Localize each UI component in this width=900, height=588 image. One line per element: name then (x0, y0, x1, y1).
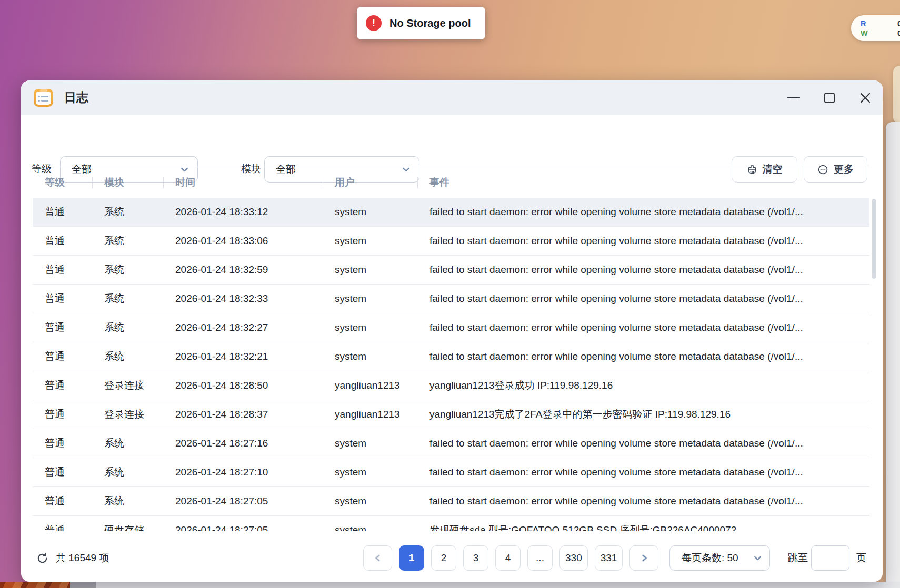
background-window-bottom-light (96, 582, 900, 588)
no-storage-pool-toast: ! No Storage pool (357, 7, 485, 39)
close-icon (859, 92, 872, 104)
jump-to-label: 跳至 (788, 551, 808, 565)
table-body: 普通系统2026-01-24 18:33:12systemfailed to s… (33, 198, 869, 531)
page-ellipsis[interactable]: ... (527, 545, 553, 571)
cell-time: 2026-01-24 18:32:27 (163, 322, 323, 333)
cell-event: failed to start daemon: error while open… (417, 235, 869, 247)
cell-user: system (323, 322, 417, 333)
cell-time: 2026-01-24 18:32:21 (163, 351, 323, 362)
cell-module: 登录连接 (92, 379, 163, 392)
cell-event: failed to start daemon: error while open… (417, 322, 869, 333)
error-icon: ! (366, 15, 382, 31)
close-button[interactable] (859, 92, 872, 104)
table-row[interactable]: 普通系统2026-01-24 18:33:06systemfailed to s… (33, 227, 869, 256)
cell-module: 登录连接 (92, 408, 163, 421)
cell-module: 硬盘存储 (92, 523, 163, 531)
cell-time: 2026-01-24 18:27:10 (163, 467, 323, 478)
prev-page-button[interactable] (363, 545, 392, 571)
cell-level: 普通 (33, 437, 92, 450)
jump-page-input[interactable] (811, 545, 849, 571)
cell-time: 2026-01-24 18:27:05 (163, 495, 323, 507)
desktop: ! No Storage pool R 0 W 0 日志 (0, 0, 900, 588)
background-window-bottom-dark (70, 582, 96, 588)
cell-time: 2026-01-24 18:28:50 (163, 380, 323, 391)
page-buttons: 1234...330331 (363, 545, 658, 571)
cell-event: failed to start daemon: error while open… (417, 467, 869, 478)
cell-module: 系统 (92, 465, 163, 479)
column-header-3: 用户 (323, 176, 417, 189)
cell-level: 普通 (33, 263, 92, 277)
cell-level: 普通 (33, 292, 92, 306)
cell-event: failed to start daemon: error while open… (417, 438, 869, 449)
cell-level: 普通 (33, 379, 92, 392)
cell-time: 2026-01-24 18:33:12 (163, 206, 323, 218)
window-title: 日志 (64, 89, 88, 106)
table-row[interactable]: 普通系统2026-01-24 18:33:12systemfailed to s… (33, 198, 869, 227)
cell-user: system (323, 351, 417, 362)
page-size-select[interactable]: 每页条数: 50 (669, 545, 770, 571)
page-button-1[interactable]: 1 (399, 545, 424, 571)
window-titlebar[interactable]: 日志 (21, 80, 883, 115)
cell-event: 发现硬盘sda 型号:GOFATOO 512GB SSD 序列号:GB226AC… (417, 523, 869, 531)
cell-event: failed to start daemon: error while open… (417, 206, 869, 218)
cell-user: system (323, 467, 417, 478)
log-app-icon (34, 89, 53, 107)
table-row[interactable]: 普通系统2026-01-24 18:32:21systemfailed to s… (33, 342, 869, 371)
page-button-330[interactable]: 330 (559, 545, 588, 571)
disk-rw-monitor: R 0 W 0 (851, 15, 900, 41)
table-row[interactable]: 普通系统2026-01-24 18:32:27systemfailed to s… (33, 313, 869, 342)
table-row[interactable]: 普通系统2026-01-24 18:32:59systemfailed to s… (33, 256, 869, 285)
cell-level: 普通 (33, 350, 92, 363)
cell-level: 普通 (33, 465, 92, 479)
cell-time: 2026-01-24 18:27:05 (163, 524, 323, 531)
cell-module: 系统 (92, 292, 163, 306)
page-button-2[interactable]: 2 (431, 545, 456, 571)
cell-user: system (323, 293, 417, 305)
maximize-button[interactable] (823, 92, 836, 104)
page-unit-label: 页 (856, 551, 866, 565)
cell-user: yangliuan1213 (323, 380, 417, 391)
cell-time: 2026-01-24 18:28:37 (163, 409, 323, 420)
chevron-left-icon (373, 553, 383, 563)
table-row[interactable]: 普通系统2026-01-24 18:27:05systemfailed to s… (33, 487, 869, 516)
refresh-button[interactable] (35, 551, 49, 565)
table-row[interactable]: 普通登录连接2026-01-24 18:28:37yangliuan1213ya… (33, 400, 869, 429)
pagination-bar: 共 16549 项 1234...330331 每页条数: 50 跳至 页 (21, 545, 883, 571)
cell-user: system (323, 264, 417, 276)
next-page-button[interactable] (629, 545, 658, 571)
cell-event: yangliuan1213完成了2FA登录中的第一步密码验证 IP:119.98… (417, 408, 869, 421)
vertical-scrollbar-thumb[interactable] (872, 199, 876, 279)
cell-level: 普通 (33, 234, 92, 248)
refresh-icon (36, 552, 48, 564)
chevron-down-icon (753, 554, 762, 563)
cell-level: 普通 (33, 523, 92, 531)
table-row[interactable]: 普通登录连接2026-01-24 18:28:50yangliuan1213ya… (33, 371, 869, 400)
cell-time: 2026-01-24 18:32:33 (163, 293, 323, 305)
page-button-3[interactable]: 3 (463, 545, 488, 571)
table-row[interactable]: 普通系统2026-01-24 18:27:10systemfailed to s… (33, 458, 869, 487)
cell-event: failed to start daemon: error while open… (417, 264, 869, 276)
cell-level: 普通 (33, 408, 92, 421)
page-button-331[interactable]: 331 (595, 545, 623, 571)
cell-module: 系统 (92, 321, 163, 334)
page-button-4[interactable]: 4 (495, 545, 521, 571)
column-header-4: 事件 (417, 176, 869, 189)
table-row[interactable]: 普通系统2026-01-24 18:32:33systemfailed to s… (33, 285, 869, 313)
minimize-button[interactable] (787, 92, 800, 104)
chevron-right-icon (639, 553, 649, 563)
toast-message: No Storage pool (389, 17, 471, 29)
cell-time: 2026-01-24 18:33:06 (163, 235, 323, 247)
write-label: W (861, 28, 868, 38)
cell-module: 系统 (92, 234, 163, 248)
table-header-row: 等级模块时间用户事件 (33, 167, 869, 198)
table-row[interactable]: 普通系统2026-01-24 18:27:16systemfailed to s… (33, 429, 869, 458)
background-window-edge-beige (893, 66, 900, 124)
table-row[interactable]: 普通硬盘存储2026-01-24 18:27:05system发现硬盘sda 型… (33, 516, 869, 531)
minimize-icon (787, 97, 800, 98)
maximize-icon (824, 93, 835, 103)
cell-time: 2026-01-24 18:32:59 (163, 264, 323, 276)
read-value: 0 (897, 19, 900, 28)
cell-event: failed to start daemon: error while open… (417, 351, 869, 362)
cell-user: system (323, 524, 417, 531)
cell-level: 普通 (33, 494, 92, 508)
